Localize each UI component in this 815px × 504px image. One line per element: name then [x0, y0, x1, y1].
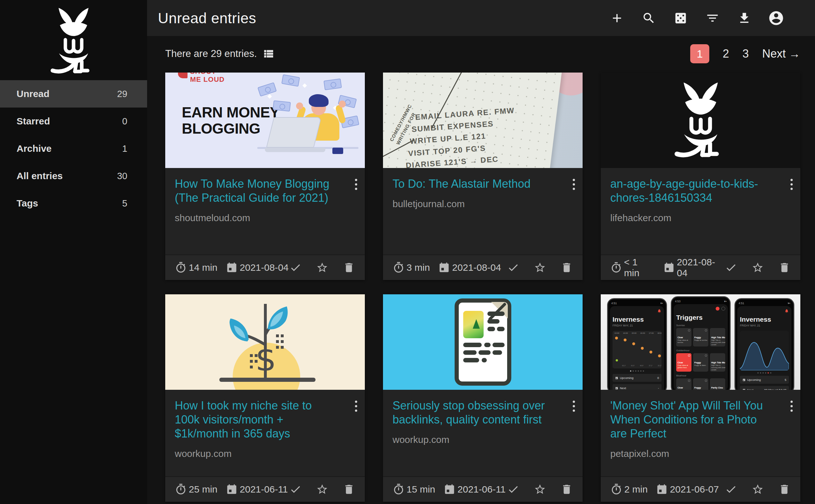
mark-read-button[interactable] — [507, 261, 520, 274]
export-download-button[interactable] — [736, 10, 753, 26]
trash-icon — [561, 262, 573, 274]
wallabag-placeholder-logo — [669, 81, 733, 159]
entry-title-link[interactable]: Seriously stop obsessing over backlinks,… — [392, 399, 572, 427]
favorite-button[interactable] — [534, 261, 546, 274]
sidebar-item-count: 29 — [117, 89, 127, 99]
entry-date: 2021-08-04 — [677, 257, 725, 278]
delete-button[interactable] — [342, 483, 355, 496]
calendar-icon — [438, 262, 450, 274]
list-view-icon — [262, 47, 275, 60]
entry-body: an-age-by-age-guide-to-kids-chores-18461… — [601, 168, 800, 255]
list-view-toggle-button[interactable] — [261, 47, 275, 61]
random-entry-button[interactable] — [672, 10, 689, 26]
filter-button[interactable] — [704, 10, 721, 26]
list-meta-row: There are 29 entries. 1 2 3 Next → — [165, 44, 800, 63]
star-icon — [752, 262, 764, 274]
mark-read-button[interactable] — [725, 261, 737, 274]
entry-thumbnail[interactable] — [383, 294, 583, 390]
favorite-button[interactable] — [316, 261, 328, 274]
entry-title-link[interactable]: To Do: The Alastair Method — [392, 177, 572, 191]
favorite-button[interactable] — [751, 483, 764, 496]
entry-menu-button[interactable] — [572, 399, 576, 413]
add-entry-button[interactable] — [609, 10, 625, 26]
timer-icon — [610, 483, 622, 495]
delete-button[interactable] — [778, 483, 791, 496]
mark-read-button[interactable] — [507, 483, 520, 496]
star-icon — [316, 483, 328, 495]
sidebar-item-unread[interactable]: Unread 29 — [0, 80, 147, 108]
trash-icon — [561, 483, 573, 495]
check-icon — [507, 483, 519, 495]
mark-read-button[interactable] — [289, 261, 302, 274]
entry-thumbnail[interactable]: SHOUT ME LOUD EARN MONEY BLOGGING — [165, 73, 365, 168]
sidebar-item-label: Unread — [17, 88, 49, 99]
sidebar-item-all-entries[interactable]: All entries 30 — [0, 162, 147, 190]
main-area: Unread entries There are 29 entri — [147, 0, 815, 504]
entry-title-link[interactable]: How I took my niche site to 100k visitor… — [175, 399, 354, 441]
entry-menu-button[interactable] — [354, 399, 358, 413]
page-2-button[interactable]: 2 — [723, 47, 729, 60]
entry-thumbnail[interactable]: $ — [165, 294, 365, 390]
star-icon — [752, 483, 764, 495]
delete-button[interactable] — [560, 261, 573, 274]
favorite-button[interactable] — [751, 261, 764, 274]
delete-button[interactable] — [560, 483, 573, 496]
search-button[interactable] — [641, 10, 657, 26]
entry-footer: 15 min 2021-06-11 — [383, 476, 583, 502]
account-button[interactable] — [768, 10, 784, 26]
entry-title-link[interactable]: How To Make Money Blogging (The Practica… — [175, 177, 354, 205]
entry-body: How To Make Money Blogging (The Practica… — [165, 168, 365, 255]
favorite-button[interactable] — [534, 483, 546, 496]
dice-icon — [674, 11, 688, 25]
tide-chart — [740, 331, 789, 370]
entry-menu-button[interactable] — [354, 178, 358, 191]
entry-card: Seriously stop obsessing over backlinks,… — [383, 294, 583, 502]
sidebar-item-tags[interactable]: Tags 5 — [0, 190, 147, 217]
handwritten-todo-list: EMAIL LAURA RE. FMW SUMBIT EXPENSES WRIT… — [402, 104, 521, 168]
next-page-button[interactable]: Next → — [762, 47, 800, 60]
sidebar-item-count: 5 — [122, 198, 127, 209]
account-circle-icon — [768, 10, 784, 26]
entry-body: How I took my niche site to 100k visitor… — [165, 390, 365, 476]
sidebar-item-starred[interactable]: Starred 0 — [0, 108, 147, 135]
entry-title-link[interactable]: an-age-by-age-guide-to-kids-chores-18461… — [610, 177, 790, 205]
sidebar-item-label: Archive — [17, 143, 52, 154]
entry-menu-button[interactable] — [572, 178, 576, 191]
sidebar-item-count: 1 — [122, 143, 127, 154]
document-illustration — [455, 298, 511, 386]
entries-grid: SHOUT ME LOUD EARN MONEY BLOGGING — [165, 73, 815, 502]
entry-card: 4:51▾▪ Inverness FRIDAY MAY, 21 13:00 14… — [601, 294, 800, 502]
sidebar-item-label: Starred — [17, 116, 50, 127]
sidebar-item-archive[interactable]: Archive 1 — [0, 135, 147, 162]
mark-read-button[interactable] — [725, 483, 737, 496]
page-3-button[interactable]: 3 — [742, 47, 749, 60]
reading-time: 3 min — [406, 262, 430, 273]
wallabag-logo[interactable] — [0, 0, 147, 80]
download-icon — [737, 11, 751, 25]
entry-thumbnail[interactable]: 4:51▾▪ Inverness FRIDAY MAY, 21 13:00 14… — [601, 294, 800, 390]
entry-menu-button[interactable] — [789, 178, 794, 191]
entry-body: To Do: The Alastair Method bulletjournal… — [383, 168, 583, 255]
delete-button[interactable] — [342, 261, 355, 274]
entry-domain: woorkup.com — [392, 434, 572, 445]
bell-icon — [784, 309, 789, 313]
mark-read-button[interactable] — [289, 483, 302, 496]
entry-date: 2021-08-04 — [452, 262, 501, 273]
entry-title-link[interactable]: 'Money Shot' App Will Tell You When Cond… — [610, 399, 790, 441]
trash-icon — [343, 483, 355, 495]
entry-thumbnail[interactable] — [601, 73, 800, 168]
calendar-icon — [444, 483, 456, 495]
favorite-button[interactable] — [316, 483, 328, 496]
page-1-button[interactable]: 1 — [690, 44, 709, 63]
blogger-illustration — [255, 76, 360, 165]
money-plant-illustration: $ — [165, 294, 365, 390]
kangaroo-icon — [45, 7, 102, 75]
sidebar: Unread 29 Starred 0 Archive 1 All entrie… — [0, 0, 147, 504]
entry-thumbnail[interactable]: COMEDY/HMWC WRITING FOR EMAIL LAURA RE. … — [383, 73, 583, 168]
calendar-icon — [226, 483, 238, 495]
page-title: Unread entries — [158, 10, 609, 27]
search-icon — [642, 11, 656, 25]
delete-button[interactable] — [778, 261, 791, 274]
entry-menu-button[interactable] — [789, 399, 794, 413]
check-icon — [725, 483, 737, 495]
